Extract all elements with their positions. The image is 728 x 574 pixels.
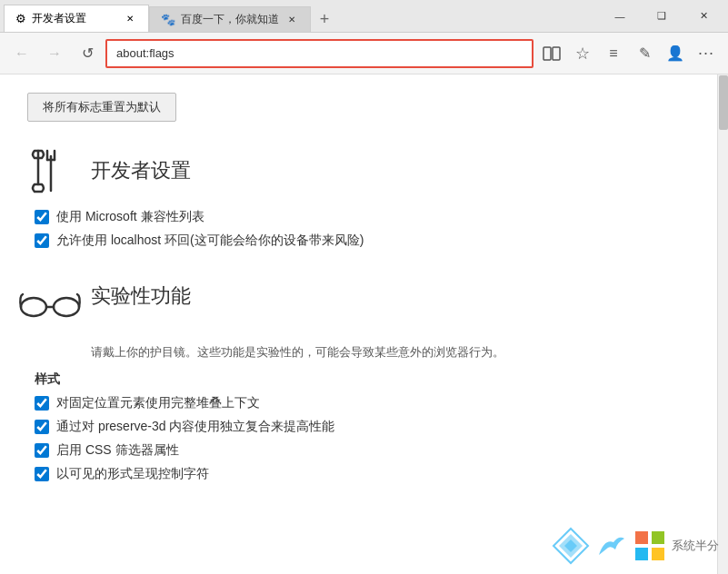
svg-rect-16 [652,548,664,560]
checkbox-css-filter-input[interactable] [35,443,49,458]
experimental-section-header: 实验性功能 [27,278,690,332]
checkbox-stacking: 对固定位置元素使用完整堆叠上下文 [35,395,690,411]
tab1-label: 开发者设置 [32,11,86,26]
svg-rect-1 [553,47,560,60]
checkbox-ms-compat-label: 使用 Microsoft 兼容性列表 [56,209,204,225]
titlebar: ⚙ 开发者设置 ✕ 🐾 百度一下，你就知道 ✕ + — ❑ ✕ [0,0,728,33]
new-tab-button[interactable]: + [311,6,338,32]
watermark-text: 系统半分 [672,538,719,554]
nav-right-buttons: ☆ ≡ ✎ 👤 ··· [537,39,721,68]
svg-rect-0 [544,47,551,60]
checkbox-localhost-label: 允许使用 localhost 环回(这可能会给你的设备带来风险) [56,233,364,249]
checkbox-css-filter-label: 启用 CSS 筛选器属性 [56,442,179,459]
checkbox-preserve3d-input[interactable] [35,420,49,434]
developer-section: 开发者设置 使用 Microsoft 兼容性列表 允许使用 localhost … [27,144,690,256]
address-bar[interactable]: about:flags [105,39,534,68]
developer-section-header: 开发者设置 [27,144,690,198]
checkbox-control-chars: 以可见的形式呈现控制字符 [35,466,690,482]
tab2-label: 百度一下，你就知道 [181,12,279,27]
checkbox-stacking-label: 对固定位置元素使用完整堆叠上下文 [56,395,260,411]
tab2-close[interactable]: ✕ [284,13,299,27]
reset-flags-button[interactable]: 将所有标志重置为默认 [27,93,176,122]
scrollbar-track[interactable] [717,74,728,574]
share-button[interactable]: 👤 [661,39,690,68]
svg-point-8 [54,298,79,316]
experimental-section: 实验性功能 请戴上你的护目镜。这些功能是实验性的，可能会导致某些意外的浏览器行为… [27,278,690,490]
experimental-section-title: 实验性功能 [91,278,191,314]
checkbox-control-chars-input[interactable] [35,467,49,481]
content-wrapper: 将所有标志重置为默认 [0,74,728,574]
experimental-icon [27,278,73,332]
close-button[interactable]: ✕ [683,0,724,33]
checkbox-preserve3d: 通过对 preserve-3d 内容使用独立复合来提高性能 [35,419,690,435]
window-controls: — ❑ ✕ [599,0,724,32]
web-note-button[interactable]: ✎ [630,39,659,68]
checkbox-css-filter: 启用 CSS 筛选器属性 [35,442,690,459]
checkbox-stacking-input[interactable] [35,396,49,411]
restore-button[interactable]: ❑ [641,0,683,33]
svg-rect-13 [635,531,648,544]
checkbox-control-chars-label: 以可见的形式呈现控制字符 [56,466,209,482]
more-button[interactable]: ··· [692,39,721,68]
tab-container: ⚙ 开发者设置 ✕ 🐾 百度一下，你就知道 ✕ + [4,0,338,32]
checkbox-ms-compat: 使用 Microsoft 兼容性列表 [35,209,690,225]
address-text: about:flags [116,46,175,60]
checkbox-localhost: 允许使用 localhost 环回(这可能会给你的设备带来风险) [35,233,690,249]
tab2-icon: 🐾 [161,13,175,26]
tab-active[interactable]: ⚙ 开发者设置 ✕ [4,5,149,32]
minimize-button[interactable]: — [599,0,641,33]
watermark-windows-logo [633,529,666,562]
tab-inactive[interactable]: 🐾 百度一下，你就知道 ✕ [149,6,311,32]
navbar: ← → ↺ about:flags ☆ ≡ ✎ 👤 ··· [0,33,728,74]
checkbox-ms-compat-input[interactable] [35,210,49,224]
reader-icon [543,46,561,61]
checkbox-localhost-input[interactable] [35,233,49,248]
developer-icon [27,144,73,198]
forward-button[interactable]: → [40,39,69,68]
checkbox-preserve3d-label: 通过对 preserve-3d 内容使用独立复合来提高性能 [56,419,334,435]
tab1-icon: ⚙ [15,12,26,25]
watermark-bird-logo [595,529,628,562]
svg-point-7 [21,298,46,316]
refresh-button[interactable]: ↺ [73,39,102,68]
hub-button[interactable]: ≡ [599,39,628,68]
scrollbar-thumb[interactable] [719,75,728,130]
watermark: 系统半分 [552,527,719,565]
developer-section-title: 开发者设置 [91,144,191,198]
experimental-desc: 请戴上你的护目镜。这些功能是实验性的，可能会导致某些意外的浏览器行为。 [91,343,690,362]
svg-rect-14 [652,531,664,544]
reader-view-button[interactable] [537,39,566,68]
bookmark-button[interactable]: ☆ [568,39,597,68]
tab1-close[interactable]: ✕ [123,12,137,26]
main-content: 将所有标志重置为默认 [0,74,717,574]
style-subsection-label: 样式 [35,371,690,388]
svg-rect-15 [635,548,648,560]
back-button[interactable]: ← [7,39,36,68]
watermark-diamond-logo [552,527,590,565]
